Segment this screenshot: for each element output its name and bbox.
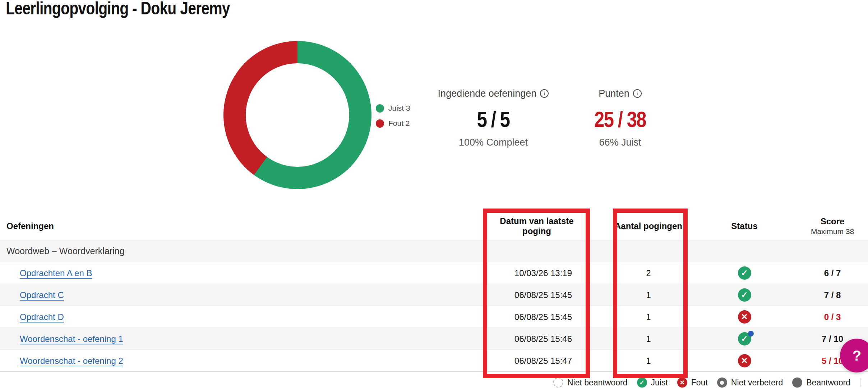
attempts-cell: 1 — [613, 350, 684, 372]
status-legend: Niet beantwoord ✓ Juist ✕ Fout Niet verb… — [553, 376, 868, 389]
column-header-attempts: Aantal pogingen — [613, 214, 684, 238]
exercise-link-cell: Opdracht C — [20, 284, 64, 306]
column-header-status: Status — [726, 214, 762, 238]
last-attempt-cell: 06/08/25 15:47 — [486, 350, 572, 372]
red-cross-icon: ✕ — [677, 377, 687, 388]
score-cell: 6 / 7 — [798, 262, 867, 284]
donut-hole — [246, 63, 349, 167]
green-dot-icon — [376, 104, 384, 113]
last-attempt-cell: 06/08/25 15:45 — [486, 306, 572, 328]
legend-item-beantwoord: Beantwoord — [792, 377, 850, 388]
table-row: Woordenschat - oefening 2 06/08/25 15:47… — [0, 349, 868, 371]
status-juist-icon: ✓ — [738, 332, 751, 345]
status-fout-icon: ✕ — [738, 310, 751, 324]
table-row: Woordenschat - oefening 1 06/08/25 15:46… — [0, 328, 868, 349]
status-fout-icon: ✕ — [738, 354, 751, 367]
legend-item-niet-verbeterd: Niet verbeterd — [717, 377, 783, 388]
attempts-cell: 1 — [613, 328, 684, 350]
group-title: Woordweb – Woordverklaring — [6, 240, 124, 262]
legend-label: Fout 2 — [388, 119, 410, 128]
exercise-link-cell: Woordenschat - oefening 2 — [20, 350, 123, 372]
status-cell: ✕ — [726, 350, 762, 372]
table-bottom-border — [0, 371, 868, 372]
attempts-cell: 1 — [613, 306, 684, 328]
status-juist-icon: ✓ — [738, 288, 751, 302]
column-header-score: Score Maximum 38 — [795, 214, 868, 238]
feedback-dot-icon — [748, 331, 754, 337]
stat-value: 25 / 38 — [558, 106, 682, 132]
info-icon[interactable]: i — [633, 89, 642, 98]
attempts-cell: 2 — [613, 262, 684, 284]
legend-item-fout: ✕ Fout — [677, 377, 708, 388]
status-cell: ✓ — [726, 262, 762, 284]
leerlingopvolging-page: Leerlingopvolging - Doku Jeremy Juist 3 … — [0, 0, 868, 389]
green-check-icon: ✓ — [637, 377, 647, 388]
legend-label: Niet beantwoord — [567, 378, 628, 388]
score-cell: 0 / 3 — [798, 306, 867, 328]
results-donut-chart — [223, 41, 371, 189]
exercise-link[interactable]: Woordenschat - oefening 1 — [20, 334, 123, 344]
last-attempt-cell: 10/03/26 13:19 — [486, 262, 572, 284]
gray-filled-circle-icon — [792, 377, 802, 388]
legend-label: Beantwoord — [806, 378, 850, 388]
legend-item-fout: Fout 2 — [376, 118, 410, 129]
exercise-link[interactable]: Opdracht D — [20, 312, 64, 322]
exercise-link[interactable]: Opdrachten A en B — [20, 268, 92, 278]
stat-label: Punten i — [545, 87, 696, 100]
last-attempt-cell: 06/08/25 15:45 — [486, 284, 572, 306]
status-cell: ✓ — [726, 328, 762, 350]
score-header-maximum: Maximum 38 — [811, 227, 854, 236]
legend-item-juist: Juist 3 — [376, 103, 410, 114]
legend-divider — [860, 378, 860, 387]
stat-value: 5 / 5 — [431, 106, 555, 132]
stat-subtext: 66% Juist — [545, 137, 696, 148]
legend-label: Juist — [651, 378, 668, 388]
stat-points: Punten i 25 / 38 66% Juist — [545, 87, 696, 148]
stat-label-text: Punten — [599, 88, 629, 99]
table-row: Opdracht C 06/08/25 15:45 1 ✓ 7 / 8 — [0, 284, 868, 306]
donut-legend: Juist 3 Fout 2 — [376, 103, 410, 133]
exercise-link-cell: Opdracht D — [20, 306, 64, 328]
table-group-row: Woordweb – Woordverklaring — [0, 240, 868, 262]
status-cell: ✓ — [726, 284, 762, 306]
legend-item-niet-beantwoord: Niet beantwoord — [553, 377, 628, 388]
red-dot-icon — [376, 119, 384, 128]
column-header-last-attempt: Datum van laatste poging — [486, 214, 588, 238]
status-juist-icon: ✓ — [738, 266, 751, 280]
column-header-oefeningen: Oefeningen — [6, 214, 54, 238]
page-title: Leerlingopvolging - Doku Jeremy — [6, 0, 230, 19]
stat-label-text: Ingediende oefeningen — [438, 88, 537, 99]
score-header-title: Score — [821, 216, 845, 226]
exercise-link[interactable]: Woordenschat - oefening 2 — [20, 356, 123, 366]
legend-label: Juist 3 — [388, 104, 410, 113]
exercise-link-cell: Opdrachten A en B — [20, 262, 92, 284]
table-row: Opdrachten A en B 10/03/26 13:19 2 ✓ 6 /… — [0, 262, 868, 284]
exercise-link[interactable]: Opdracht C — [20, 290, 64, 300]
attempts-cell: 1 — [613, 284, 684, 306]
score-cell: 7 / 8 — [798, 284, 867, 306]
legend-label: Niet verbeterd — [731, 378, 783, 388]
gray-ring-icon — [717, 377, 727, 388]
empty-dashed-circle-icon — [553, 377, 563, 388]
table-row: Opdracht D 06/08/25 15:45 1 ✕ 0 / 3 — [0, 306, 868, 328]
exercise-link-cell: Woordenschat - oefening 1 — [20, 328, 123, 350]
legend-label: Fout — [691, 378, 708, 388]
legend-item-juist: ✓ Juist — [637, 377, 668, 388]
status-cell: ✕ — [726, 306, 762, 328]
last-attempt-cell: 06/08/25 15:46 — [486, 328, 572, 350]
